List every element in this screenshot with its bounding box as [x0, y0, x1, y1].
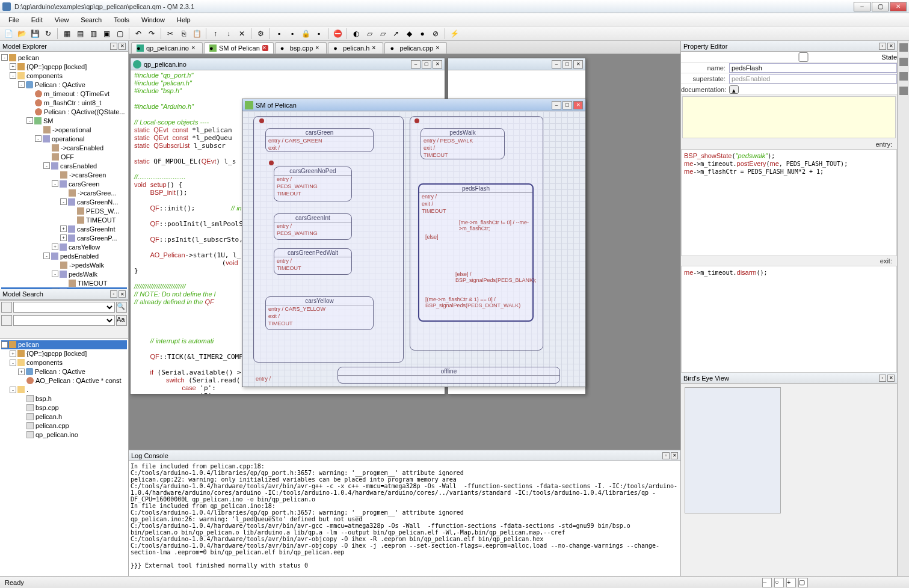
tab-close-icon[interactable]: ✕ — [436, 45, 442, 51]
tree-item[interactable]: bsp.cpp — [1, 403, 127, 412]
mdi-close-button[interactable]: ✕ — [433, 60, 442, 69]
search-panel-close[interactable]: ✕ — [119, 290, 126, 298]
prop-entry-code[interactable]: BSP_showState("pedswalk"); me->m_timeout… — [681, 149, 897, 256]
tb-state-4[interactable]: ↗ — [390, 28, 402, 40]
tab-sm-of-pelican[interactable]: ●SM of Pelican✕ — [204, 42, 274, 54]
tree-item[interactable]: -carsEnabled — [1, 161, 127, 170]
tree-item[interactable]: +{QP::}qpcpp [locked] — [1, 62, 127, 71]
tree-item[interactable]: +{QP::}qpcpp [locked] — [1, 349, 127, 358]
tb-ext-3[interactable]: 🔒 — [300, 28, 312, 40]
tree-item[interactable]: m_timeout : QTimeEvt — [1, 89, 127, 98]
tree-expander[interactable]: - — [43, 253, 50, 259]
maximize-button[interactable]: ▢ — [872, 2, 889, 11]
mdi-max-button[interactable]: ▢ — [422, 60, 431, 69]
tree-expander[interactable]: + — [60, 234, 67, 241]
tree-item[interactable]: +carsGreenInt — [1, 224, 127, 233]
menu-edit[interactable]: Edit — [26, 15, 48, 25]
tree-expander[interactable]: - — [35, 135, 42, 142]
prop-doc-expand-button[interactable]: ▴ — [729, 85, 739, 94]
redo-button[interactable]: ↷ — [146, 28, 158, 40]
tb-state-7[interactable]: ⊘ — [430, 28, 442, 40]
prop-exit-code[interactable]: me->m_timeout.disarm(); — [681, 266, 897, 373]
search-combo-2[interactable] — [13, 315, 115, 326]
tree-item[interactable]: -pelican — [1, 53, 127, 62]
birds-eye-view[interactable] — [681, 384, 897, 576]
undo-button[interactable]: ↶ — [132, 28, 144, 40]
tab-pelican-cpp[interactable]: ●pelican.cpp✕ — [384, 42, 447, 54]
search-case-button[interactable]: Aa — [116, 315, 127, 326]
tab-bsp-cpp[interactable]: ●bsp.cpp✕ — [275, 42, 327, 54]
search-filter-button[interactable] — [1, 302, 12, 313]
tree-expander[interactable]: + — [10, 63, 16, 70]
cut-button[interactable]: ✂ — [164, 28, 176, 40]
tree-expander[interactable]: - — [52, 271, 58, 277]
menu-view[interactable]: View — [50, 15, 74, 25]
model-explorer-tree[interactable]: -pelican+{QP::}qpcpp [locked]-components… — [0, 52, 128, 289]
tree-item[interactable]: -components — [1, 358, 127, 367]
delete-button[interactable]: ✕ — [236, 28, 248, 40]
tab-pelican-h[interactable]: ●pelican.h✕ — [328, 42, 383, 54]
tree-item[interactable]: PEDS_W... — [1, 206, 127, 215]
tb-state-5[interactable]: ◆ — [403, 28, 415, 40]
tree-expander[interactable]: + — [52, 243, 58, 250]
zoom-in-button[interactable]: + — [786, 578, 796, 587]
search-result-tree[interactable]: -pelican+{QP::}qpcpp [locked]-components… — [0, 338, 128, 577]
tab-close-icon[interactable]: ✕ — [191, 45, 197, 51]
mdi-min-button[interactable]: – — [411, 60, 421, 69]
tb-btn-2[interactable]: ▤ — [74, 28, 86, 40]
tree-item[interactable]: ->operational — [1, 125, 127, 134]
search-panel-restore[interactable]: ▫ — [110, 290, 117, 298]
tb-btn-1[interactable]: ▦ — [61, 28, 73, 40]
mdi-min-button[interactable]: – — [552, 60, 561, 69]
tree-item[interactable]: OFF — [1, 152, 127, 161]
tree-expander[interactable]: - — [18, 81, 25, 88]
search-go-button[interactable]: 🔍 — [116, 302, 127, 313]
side-tab-4[interactable] — [899, 87, 908, 95]
menu-tools[interactable]: Tools — [109, 15, 134, 25]
zoom-out-button[interactable]: – — [762, 578, 772, 587]
tree-item[interactable]: -carsGreen — [1, 179, 127, 188]
side-tab-1[interactable] — [899, 43, 908, 52]
tb-ext-2[interactable]: ▪ — [286, 28, 298, 40]
tree-item[interactable]: -. — [1, 385, 127, 394]
side-tab-3[interactable] — [899, 72, 908, 81]
tb-state-2[interactable]: ▱ — [363, 28, 375, 40]
prop-doc-area[interactable] — [682, 96, 896, 138]
tb-btn-4[interactable]: ▣ — [100, 28, 112, 40]
copy-button[interactable]: ⎘ — [177, 28, 190, 40]
tree-item[interactable]: -pedsEnabled — [1, 251, 127, 260]
zoom-reset-button[interactable]: ○ — [774, 578, 784, 587]
zoom-fit-button[interactable]: ▢ — [798, 578, 808, 587]
log-restore-button[interactable]: ▫ — [662, 452, 670, 459]
tree-item[interactable]: -components — [1, 71, 127, 80]
tree-item[interactable]: +carsYellow — [1, 242, 127, 251]
close-button[interactable]: ✕ — [890, 2, 907, 11]
menu-file[interactable]: File — [4, 15, 24, 25]
up-button[interactable]: ↑ — [209, 28, 221, 40]
search-combo-1[interactable] — [13, 302, 115, 313]
tree-expander[interactable]: - — [10, 72, 16, 79]
tree-expander[interactable]: - — [10, 387, 16, 393]
tree-item[interactable]: qp_pelican.ino — [1, 430, 127, 439]
tree-item[interactable]: Pelican : QActive((QState... — [1, 107, 127, 116]
down-button[interactable]: ↓ — [223, 28, 235, 40]
tree-item[interactable]: ->carsEnabled — [1, 143, 127, 152]
tree-expander[interactable]: - — [1, 341, 8, 348]
refresh-button[interactable]: ↻ — [42, 28, 54, 40]
menu-window[interactable]: Window — [137, 15, 170, 25]
tb-state-1[interactable]: ◐ — [350, 28, 362, 40]
tree-expander[interactable]: - — [1, 54, 8, 61]
new-button[interactable]: 📄 — [2, 28, 14, 40]
tree-item[interactable]: -pedsWalk — [1, 269, 127, 278]
tree-item[interactable]: ->carsGreen — [1, 170, 127, 179]
prop-restore-button[interactable]: ▫ — [879, 43, 886, 50]
birds-close-button[interactable]: ✕ — [887, 375, 895, 382]
tree-item[interactable]: -operational — [1, 134, 127, 143]
tree-item[interactable]: -Pelican : QActive — [1, 80, 127, 89]
tab-close-icon[interactable]: ✕ — [315, 45, 321, 51]
prop-close-button[interactable]: ✕ — [887, 43, 895, 50]
tree-expander[interactable]: - — [26, 117, 33, 124]
tab-close-icon[interactable]: ✕ — [262, 45, 268, 51]
mdi-min-button[interactable]: – — [552, 101, 561, 109]
panel-restore-button[interactable]: ▫ — [110, 43, 117, 50]
